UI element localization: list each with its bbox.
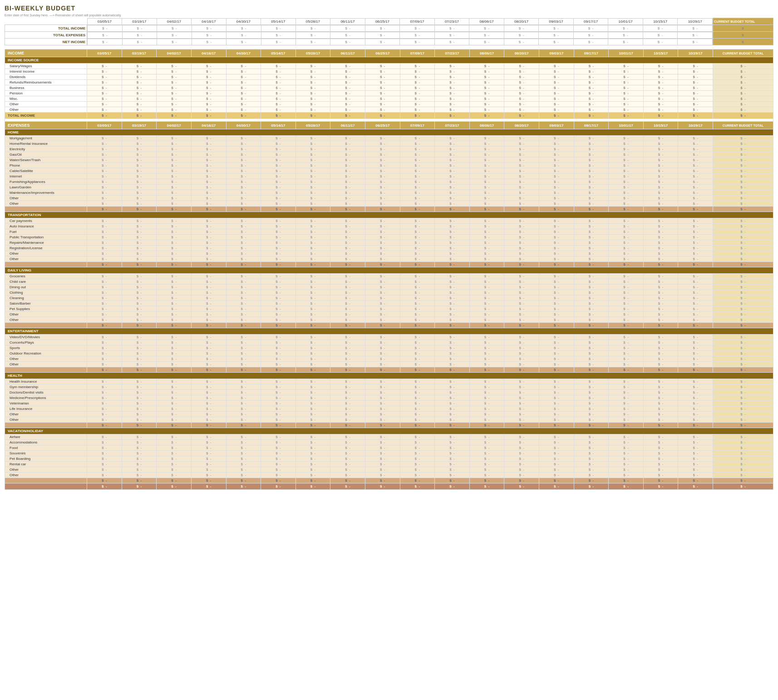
expense-value-cell[interactable]: $ - (609, 312, 644, 317)
expense-value-cell[interactable]: $ - (261, 317, 296, 323)
budget-value-cell[interactable]: $ - (643, 85, 678, 91)
summary-value-cell[interactable]: $ - (643, 39, 677, 45)
budget-value-cell[interactable]: $ - (400, 85, 435, 91)
expense-value-cell[interactable]: $ - (122, 285, 157, 290)
expense-value-cell[interactable]: $ - (504, 190, 539, 196)
budget-total-cell[interactable]: $ - (713, 91, 773, 96)
expense-total-cell[interactable]: $ - (713, 158, 773, 163)
expense-value-cell[interactable]: $ - (295, 385, 330, 390)
expense-value-cell[interactable]: $ - (261, 335, 296, 340)
expense-value-cell[interactable]: $ - (643, 201, 678, 207)
expense-value-cell[interactable]: $ - (330, 190, 365, 196)
expense-value-cell[interactable]: $ - (574, 174, 609, 179)
expense-value-cell[interactable]: $ - (678, 179, 713, 185)
category-total-cell[interactable]: $ - (678, 207, 713, 212)
expense-value-cell[interactable]: $ - (400, 301, 435, 306)
expense-value-cell[interactable]: $ - (400, 190, 435, 196)
expense-value-cell[interactable]: $ - (574, 356, 609, 362)
category-total-cell[interactable]: $ - (261, 478, 296, 483)
expense-value-cell[interactable]: $ - (504, 467, 539, 473)
expense-value-cell[interactable]: $ - (435, 406, 470, 412)
expense-value-cell[interactable]: $ - (469, 434, 504, 440)
expense-value-cell[interactable]: $ - (365, 218, 400, 224)
budget-value-cell[interactable]: $ - (469, 69, 504, 74)
budget-value-cell[interactable]: $ - (122, 107, 157, 113)
expense-value-cell[interactable]: $ - (539, 312, 574, 317)
expense-value-cell[interactable]: $ - (469, 317, 504, 323)
expense-value-cell[interactable]: $ - (157, 312, 192, 317)
expense-total-cell[interactable]: $ - (713, 440, 773, 445)
expense-value-cell[interactable]: $ - (400, 229, 435, 235)
expense-value-cell[interactable]: $ - (469, 190, 504, 196)
expense-value-cell[interactable]: $ - (609, 301, 644, 306)
category-total-cell[interactable]: $ - (435, 207, 470, 212)
expense-value-cell[interactable]: $ - (504, 440, 539, 445)
expense-total-cell[interactable]: $ - (713, 168, 773, 174)
expense-value-cell[interactable]: $ - (191, 417, 226, 423)
expense-value-cell[interactable]: $ - (157, 379, 192, 385)
expense-value-cell[interactable]: $ - (435, 296, 470, 301)
expense-value-cell[interactable]: $ - (643, 185, 678, 190)
expense-value-cell[interactable]: $ - (295, 340, 330, 345)
expense-value-cell[interactable]: $ - (400, 362, 435, 367)
expense-value-cell[interactable]: $ - (365, 174, 400, 179)
expense-value-cell[interactable]: $ - (609, 147, 644, 152)
expense-value-cell[interactable]: $ - (365, 467, 400, 473)
expense-value-cell[interactable]: $ - (435, 335, 470, 340)
expense-value-cell[interactable]: $ - (122, 190, 157, 196)
budget-total-cell[interactable]: $ - (713, 107, 773, 113)
expense-value-cell[interactable]: $ - (469, 351, 504, 356)
category-total-cell[interactable]: $ - (609, 478, 644, 483)
expense-value-cell[interactable]: $ - (261, 406, 296, 412)
expense-value-cell[interactable]: $ - (365, 395, 400, 401)
expense-value-cell[interactable]: $ - (122, 312, 157, 317)
total-income-cell[interactable]: $ - (122, 113, 157, 119)
budget-value-cell[interactable]: $ - (87, 69, 122, 74)
expense-value-cell[interactable]: $ - (469, 412, 504, 417)
expense-value-cell[interactable]: $ - (330, 158, 365, 163)
expense-value-cell[interactable]: $ - (191, 196, 226, 201)
budget-value-cell[interactable]: $ - (539, 91, 574, 96)
expense-value-cell[interactable]: $ - (678, 218, 713, 224)
total-income-cell[interactable]: $ - (330, 113, 365, 119)
expense-value-cell[interactable]: $ - (574, 379, 609, 385)
category-budget-total-cell[interactable]: $ - (713, 207, 773, 212)
expense-value-cell[interactable]: $ - (330, 301, 365, 306)
expense-value-cell[interactable]: $ - (157, 362, 192, 367)
expense-value-cell[interactable]: $ - (330, 340, 365, 345)
expense-value-cell[interactable]: $ - (191, 395, 226, 401)
expense-value-cell[interactable]: $ - (157, 147, 192, 152)
expense-value-cell[interactable]: $ - (400, 246, 435, 251)
budget-value-cell[interactable]: $ - (191, 102, 226, 107)
expense-value-cell[interactable]: $ - (504, 462, 539, 467)
total-income-cell[interactable]: $ - (469, 113, 504, 119)
expense-value-cell[interactable]: $ - (295, 335, 330, 340)
expense-total-cell[interactable]: $ - (713, 445, 773, 451)
expense-value-cell[interactable]: $ - (226, 179, 261, 185)
expense-value-cell[interactable]: $ - (87, 412, 122, 417)
expense-value-cell[interactable]: $ - (157, 301, 192, 306)
grand-total-cell[interactable]: $ - (504, 483, 539, 490)
expense-value-cell[interactable]: $ - (539, 201, 574, 207)
expense-value-cell[interactable]: $ - (365, 434, 400, 440)
expense-value-cell[interactable]: $ - (400, 462, 435, 467)
expense-value-cell[interactable]: $ - (365, 335, 400, 340)
category-total-cell[interactable]: $ - (574, 478, 609, 483)
expense-value-cell[interactable]: $ - (609, 179, 644, 185)
budget-total-cell[interactable]: $ - (713, 80, 773, 85)
expense-value-cell[interactable]: $ - (609, 246, 644, 251)
expense-value-cell[interactable]: $ - (609, 434, 644, 440)
expense-value-cell[interactable]: $ - (157, 462, 192, 467)
expense-value-cell[interactable]: $ - (435, 390, 470, 395)
grand-total-cell[interactable]: $ - (330, 483, 365, 490)
expense-value-cell[interactable]: $ - (574, 136, 609, 141)
category-total-cell[interactable]: $ - (469, 323, 504, 328)
expense-value-cell[interactable]: $ - (330, 434, 365, 440)
expense-value-cell[interactable]: $ - (157, 274, 192, 279)
expense-value-cell[interactable]: $ - (643, 147, 678, 152)
expense-value-cell[interactable]: $ - (574, 224, 609, 229)
summary-value-cell[interactable]: $ - (573, 39, 608, 45)
expense-value-cell[interactable]: $ - (295, 256, 330, 262)
expense-value-cell[interactable]: $ - (678, 147, 713, 152)
expense-value-cell[interactable]: $ - (574, 406, 609, 412)
